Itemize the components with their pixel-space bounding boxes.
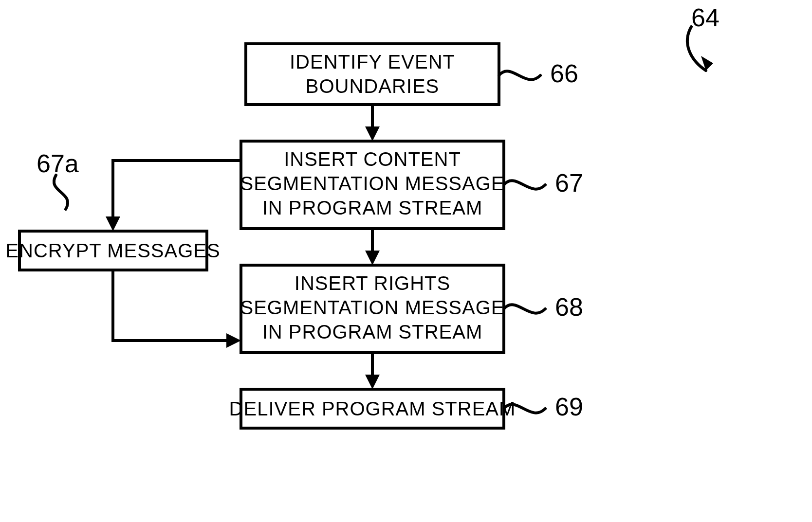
- conn-67a-to-68: [113, 270, 231, 341]
- label-insert-rights-line3: IN PROGRAM STREAM: [262, 321, 483, 342]
- label-encrypt-line1: ENCRYPT MESSAGES: [5, 240, 220, 261]
- label-insert-content-line3: IN PROGRAM STREAM: [262, 197, 483, 218]
- ref-66: 66: [550, 59, 578, 88]
- ref-67: 67: [555, 169, 583, 197]
- ref-squiggle-66: [499, 71, 540, 79]
- arrowhead-68-69: [365, 375, 380, 389]
- arrowhead-66-67: [365, 126, 380, 141]
- label-insert-rights-line1: INSERT RIGHTS: [295, 272, 450, 294]
- flowchart-diagram: IDENTIFY EVENT BOUNDARIES 66 INSERT CONT…: [0, 0, 812, 522]
- ref-69: 69: [555, 393, 583, 421]
- ref-arrow-64: [687, 27, 706, 71]
- label-insert-rights-line2: SEGMENTATION MESSAGE: [240, 297, 504, 318]
- label-insert-content-line2: SEGMENTATION MESSAGE: [240, 173, 504, 194]
- ref-67a: 67a: [37, 149, 79, 178]
- ref-squiggle-67a: [54, 175, 68, 209]
- arrowhead-67-68: [365, 251, 380, 265]
- label-identify-line1: IDENTIFY EVENT: [290, 51, 455, 72]
- arrowhead-67a-68: [226, 333, 241, 348]
- label-identify-line2: BOUNDARIES: [306, 75, 440, 97]
- label-deliver-line1: DELIVER PROGRAM STREAM: [229, 398, 516, 419]
- ref-squiggle-67: [504, 180, 545, 189]
- ref-squiggle-68: [504, 305, 545, 313]
- ref-64: 64: [691, 3, 720, 32]
- ref-68: 68: [555, 293, 583, 321]
- label-insert-content-line1: INSERT CONTENT: [284, 148, 461, 170]
- arrowhead-67-67a: [106, 216, 120, 231]
- conn-67-to-67a: [113, 161, 241, 221]
